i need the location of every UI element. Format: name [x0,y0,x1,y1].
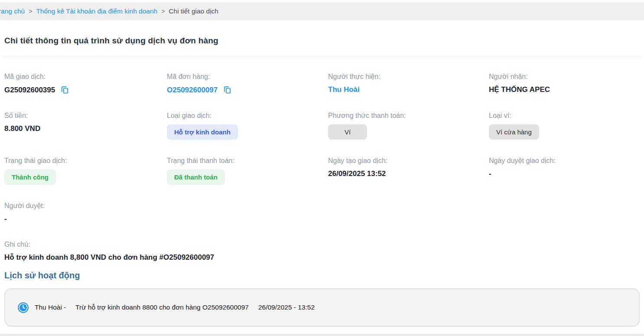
field-payment-status: Trạng thái thanh toán: Đã thanh toán [167,157,328,185]
created-date-value: 26/09/2025 13:52 [328,170,386,178]
breadcrumb-current: Chi tiết giao dịch [169,7,218,15]
payment-status-badge: Đã thanh toán [167,170,225,185]
activity-history-box: Thu Hoài - Trừ hỗ trợ kinh doanh 8800 ch… [4,288,640,326]
approved-date-value: - [489,170,491,178]
field-label: Trạng thái thanh toán: [167,157,328,165]
performer-link[interactable]: Thu Hoài [328,85,360,94]
clock-icon [17,302,29,313]
field-label: Loại giao dịch: [167,112,328,120]
field-receiver: Người nhận: HỆ THỐNG APEC [489,73,640,95]
field-label: Người thực hiện: [328,73,489,81]
activity-history-section: Lịch sử hoạt động Thu Hoài - Trừ hỗ trợ … [2,269,642,326]
payment-method-badge: Ví [328,124,367,140]
activity-datetime: 26/09/2025 - 13:52 [258,303,315,311]
field-payment-method: Phương thức thanh toán: Ví [328,112,489,140]
amount-value: 8.800 VND [4,124,40,133]
field-transaction-status: Trạng thái giao dịch: Thành công [4,157,167,185]
field-label: Mã giao dịch: [4,73,167,81]
breadcrumb-separator: > [29,8,32,15]
details-grid: Mã giao dịch: G25092600395 Mã đơn hàng: … [2,56,642,269]
order-code-link[interactable]: O25092600097 [167,86,218,95]
field-label: Phương thức thanh toán: [328,112,489,120]
note-value: Hỗ trợ kinh doanh 8,800 VND cho đơn hàng… [4,253,214,262]
activity-user: Thu Hoài [35,303,62,311]
breadcrumb-link-home[interactable]: Trang chủ [0,7,25,15]
field-label: Người nhận: [489,73,640,81]
transaction-detail-page: Trang chủ > Thống kê Tài khoản địa điểm … [0,2,644,336]
transaction-type-badge: Hỗ trợ kinh doanh [167,124,238,140]
transaction-status-badge: Thành công [4,170,56,185]
breadcrumb: Trang chủ > Thống kê Tài khoản địa điểm … [0,2,644,20]
field-label: Mã đơn hàng: [167,73,328,81]
field-approver: Người duyệt: - [4,202,167,223]
page-title: Chi tiết thông tin quá trình sử dụng dịc… [4,36,640,46]
copy-icon[interactable] [60,85,69,95]
wallet-type-badge: Ví cửa hàng [489,124,539,140]
activity-message: Trừ hỗ trợ kinh doanh 8800 cho đơn hàng … [75,303,249,311]
transaction-code-value: G25092600395 [4,86,55,95]
breadcrumb-link-account-stats[interactable]: Thống kê Tài khoản địa điểm kinh doanh [36,7,157,15]
field-note: Ghi chú: Hỗ trợ kinh doanh 8,800 VND cho… [4,241,640,262]
field-wallet-type: Loại ví: Ví cửa hàng [489,112,640,140]
bottom-strip [0,334,644,336]
field-label: Số tiền: [4,112,167,120]
field-label: Loại ví: [489,112,640,120]
field-label: Ngày duyệt giao dịch: [489,157,640,165]
field-amount: Số tiền: 8.800 VND [4,112,167,140]
detail-card: Chi tiết thông tin quá trình sử dụng dịc… [2,24,642,326]
field-label: Ngày tạo giao dịch: [328,157,489,165]
receiver-value: HỆ THỐNG APEC [489,85,550,94]
activity-history-heading: Lịch sử hoạt động [4,271,640,281]
field-transaction-type: Loại giao dịch: Hỗ trợ kinh doanh [167,112,328,140]
field-transaction-code: Mã giao dịch: G25092600395 [4,73,167,95]
field-order-code: Mã đơn hàng: O25092600097 [167,73,328,95]
copy-icon[interactable] [223,85,232,95]
breadcrumb-separator: > [161,8,165,15]
field-performer: Người thực hiện: Thu Hoài [328,73,489,95]
field-label: Ghi chú: [4,241,640,248]
field-approved-date: Ngày duyệt giao dịch: - [489,157,640,185]
approver-value: - [4,215,7,223]
activity-separator: - [64,303,66,311]
field-created-date: Ngày tạo giao dịch: 26/09/2025 13:52 [328,157,489,185]
list-item: Thu Hoài - Trừ hỗ trợ kinh doanh 8800 ch… [17,302,315,313]
field-label: Trạng thái giao dịch: [4,157,167,165]
field-label: Người duyệt: [4,202,167,210]
